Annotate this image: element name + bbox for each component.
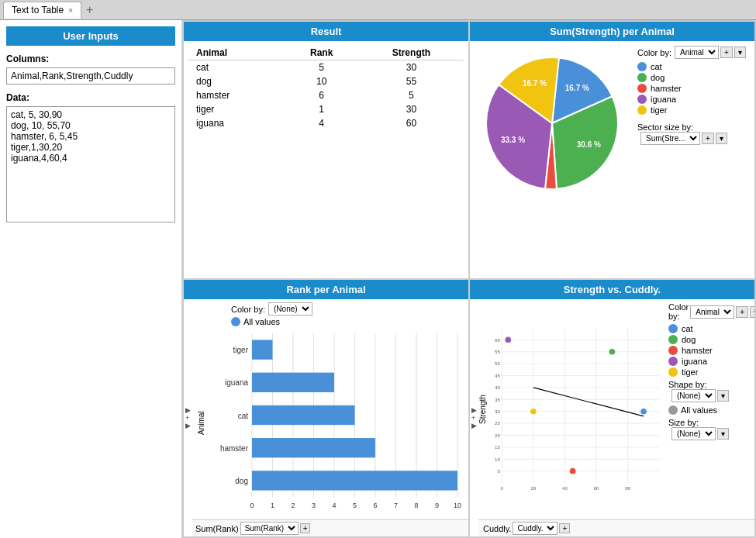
legend-dot (668, 324, 678, 333)
bar-x-tick: 3 (312, 502, 316, 509)
scatter-color-by-select[interactable]: Animal (690, 305, 734, 319)
scatter-x-select[interactable]: Cuddly. (513, 522, 558, 535)
bar-x-tick: 6 (373, 502, 377, 509)
legend-label: tiger (651, 105, 667, 115)
scatter-all-values-label: All values (681, 405, 717, 415)
legend-label: tiger (682, 367, 698, 377)
bar-x-tick: 4 (332, 502, 336, 509)
new-tab-button[interactable]: + (83, 4, 96, 16)
pie-chart: 16.7 %30.6 %33.3 %16.7 % (475, 46, 630, 201)
cell-animal: iguana (188, 116, 285, 130)
pie-color-by-select[interactable]: Animal (675, 46, 719, 59)
bar-x-tick: 1 (271, 502, 274, 509)
bar-x-axis-select[interactable]: Sum(Rank) (240, 522, 299, 535)
legend-dot (637, 73, 647, 82)
bar-inner: Color by: (None) All values Animal 01234… (192, 299, 468, 536)
table-row: iguana 4 60 (188, 116, 464, 130)
cell-animal: dog (188, 74, 285, 88)
pie-sector-size-select[interactable]: Sum(Stre... (640, 132, 700, 145)
result-table: Animal Rank Strength cat 5 30dog 10 55ha… (188, 46, 464, 130)
scatter-all-values-dot (668, 405, 678, 415)
result-panel: Result Animal Rank Strength cat 5 30d (183, 21, 469, 279)
scatter-y-tick: 30 (495, 409, 500, 414)
bar-color-by-select[interactable]: (None) (268, 302, 312, 316)
cell-rank: 10 (285, 74, 359, 88)
sector-size-row: Sum(Stre... + ▾ (637, 132, 746, 145)
pie-color-by-add[interactable]: + (720, 47, 733, 58)
bar-y-axis-label: Animal (195, 329, 205, 516)
legend-label: cat (651, 62, 662, 71)
scatter-color-by: Color by: Animal + ▾ (668, 302, 751, 321)
pie-label-dog: 30.6 % (577, 140, 601, 149)
legend-label: hamster (682, 346, 713, 355)
scatter-shape-remove[interactable]: ▾ (717, 390, 729, 402)
scatter-chart-row: Strength 5101520253035404550556002040608… (478, 299, 665, 519)
scatter-point-cat (640, 409, 647, 415)
cell-strength: 5 (359, 88, 464, 102)
pie-label-tiger: 16.7 % (523, 79, 547, 88)
bar-color-by-label: Color by: (231, 305, 265, 314)
scatter-y-tick: 5 (497, 468, 500, 474)
scatter-size-remove[interactable]: ▾ (717, 428, 729, 440)
pie-color-by-remove[interactable]: ▾ (734, 47, 746, 58)
scatter-x-add[interactable]: + (559, 523, 570, 533)
scatter-size-select[interactable]: (None) (671, 427, 716, 440)
result-panel-header: Result (184, 22, 468, 41)
bar-x-tick: 2 (291, 502, 295, 509)
columns-label: Columns: (6, 53, 175, 64)
bar-rect-iguana (252, 373, 334, 392)
scatter-panel-header: Strength vs. Cuddly. (470, 280, 754, 299)
color-by-row: Color by: Animal + ▾ (637, 46, 746, 59)
scatter-point-iguana (505, 337, 511, 343)
scatter-x-tick: 80 (625, 485, 630, 491)
scatter-shape-select[interactable]: (None) (671, 389, 716, 402)
scatter-y-tick: 40 (495, 385, 500, 390)
bar-rect-cat (252, 405, 355, 425)
data-textarea[interactable] (6, 106, 175, 222)
legend-dot (637, 105, 647, 115)
legend-dot (668, 357, 678, 366)
cell-strength: 55 (359, 74, 464, 88)
tab-close-button[interactable]: × (68, 6, 73, 15)
scatter-y-tick: 55 (495, 349, 500, 354)
legend-dot (668, 335, 678, 344)
scatter-size-by-section: Size by: (None) ▾ (668, 418, 751, 440)
columns-input[interactable] (6, 67, 175, 84)
bar-bottom-bar: Sum(Rank) Sum(Rank) + (192, 519, 468, 536)
bar-rect-dog (252, 471, 457, 490)
bar-x-add[interactable]: + (300, 523, 311, 533)
cell-animal: hamster (188, 88, 285, 102)
legend-label: hamster (651, 84, 682, 93)
bar-y-label-hamster: hamster (220, 444, 249, 453)
tab-text-to-table[interactable]: Text to Table × (3, 2, 81, 19)
sector-size-label: Sector size by: (637, 122, 746, 132)
legend-label: dog (651, 73, 665, 82)
cell-strength: 30 (359, 60, 464, 75)
table-row: hamster 6 5 (188, 88, 464, 102)
scatter-color-add[interactable]: + (736, 306, 748, 318)
legend-label: iguana (651, 95, 676, 104)
data-label: Data: (6, 92, 175, 103)
cell-rank: 6 (285, 88, 359, 102)
scatter-color-remove[interactable]: ▾ (750, 306, 754, 318)
pie-panel-header: Sum(Strength) per Animal (470, 22, 754, 41)
bar-color-by: Color by: (None) (192, 299, 468, 316)
bar-rect-hamster (252, 438, 375, 457)
scatter-left-controls[interactable]: ▶ + ▶ (470, 299, 478, 536)
cell-strength: 60 (359, 116, 464, 130)
scatter-color-by-label: Color by: (668, 302, 689, 321)
color-by-label: Color by: (637, 48, 671, 57)
bar-all-values-row: All values (192, 316, 468, 326)
bar-chart-area: Animal 012345678910tigeriguanacathamster… (195, 329, 465, 516)
scatter-legend-items: cat dog hamster iguana tiger (668, 324, 751, 377)
bar-x-tick: 0 (250, 502, 254, 509)
pie-sector-remove[interactable]: ▾ (716, 133, 727, 144)
bar-x-tick: 5 (353, 502, 357, 509)
col-animal: Animal (188, 46, 285, 60)
pie-legend-item-tiger: tiger (637, 105, 746, 115)
scatter-x-tick: 40 (562, 485, 568, 491)
bar-left-controls[interactable]: ▶ + ▶ (184, 299, 192, 536)
tab-label: Text to Table (12, 5, 64, 16)
cell-rank: 4 (285, 116, 359, 130)
pie-sector-add[interactable]: + (702, 133, 714, 144)
